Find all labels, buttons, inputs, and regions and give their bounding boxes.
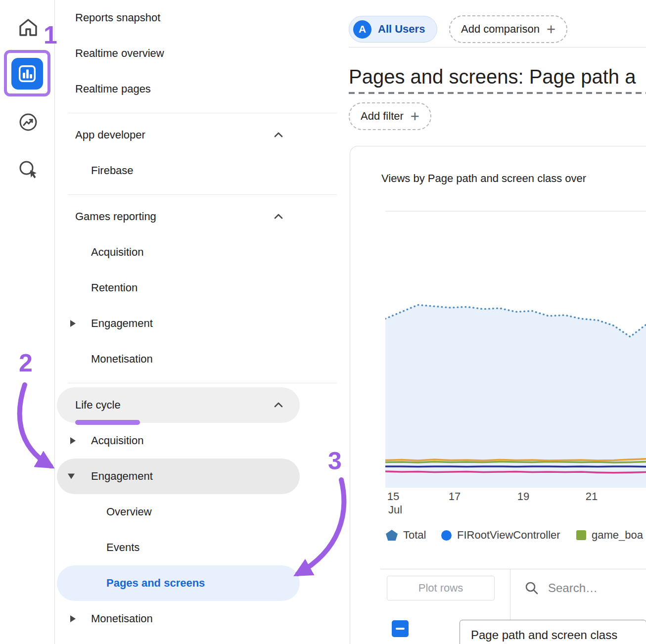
sidebar-item-label: Engagement	[91, 470, 153, 483]
section-label: App developer	[75, 129, 145, 141]
add-comparison-label: Add comparison	[461, 23, 540, 36]
x-tick-17: 17	[449, 490, 461, 503]
section-label: Life cycle	[75, 399, 121, 412]
step3-number: 3	[328, 447, 342, 475]
sidebar-divider	[68, 383, 337, 383]
expand-right-icon	[70, 320, 76, 327]
search-input[interactable]: Search…	[524, 576, 643, 600]
chevron-up-icon	[272, 399, 285, 412]
step2-arrow	[11, 382, 80, 481]
sidebar-item-label: Reports snapshot	[75, 11, 160, 24]
title-dotted-underline	[349, 92, 646, 94]
sidebar-item-label: Acquisition	[91, 434, 143, 447]
sidebar-item-games-engagement[interactable]: Engagement	[57, 306, 300, 341]
sidebar-item-pages-and-screens[interactable]: Pages and screens	[57, 565, 300, 601]
legend-label: Total	[403, 529, 426, 542]
add-filter-button[interactable]: Add filter +	[349, 102, 431, 130]
sidebar-item-games-acquisition[interactable]: Acquisition	[57, 234, 300, 270]
chart-title: Views by Page path and screen class over	[381, 172, 586, 185]
indeterminate-minus-icon	[396, 628, 405, 630]
sidebar-item-realtime-overview[interactable]: Realtime overview	[57, 36, 300, 71]
sidebar-item-label: Acquisition	[91, 246, 143, 259]
sidebar-item-label: Engagement	[91, 317, 153, 330]
step1-highlight-box	[4, 50, 50, 96]
sidebar-section-life-cycle[interactable]: Life cycle	[57, 387, 300, 423]
plot-rows-button[interactable]: Plot rows	[387, 576, 495, 600]
sidebar-item-lifecycle-engagement[interactable]: Engagement	[57, 459, 300, 494]
legend-item-total: Total	[386, 528, 426, 542]
chevron-up-icon	[272, 129, 285, 141]
legend-label: game_boa	[592, 529, 643, 542]
page-title: Pages and screens: Page path a	[349, 66, 646, 88]
sidebar-item-engagement-events[interactable]: Events	[57, 530, 300, 565]
sidebar-section-games-reporting[interactable]: Games reporting	[57, 199, 300, 234]
legend-label: FIRootViewController	[457, 529, 560, 542]
sidebar-item-games-monetisation[interactable]: Monetisation	[57, 341, 300, 377]
header-divider	[349, 47, 646, 47]
sidebar-item-engagement-overview[interactable]: Overview	[57, 494, 300, 530]
segment-label: All Users	[378, 23, 425, 36]
x-tick-21: 21	[586, 490, 598, 503]
expand-right-icon	[70, 615, 76, 622]
sidebar-item-firebase[interactable]: Firebase	[57, 153, 300, 188]
sidebar-item-games-retention[interactable]: Retention	[57, 270, 300, 306]
sidebar-item-label: Retention	[91, 281, 138, 294]
search-icon	[524, 581, 539, 596]
chevron-up-icon	[272, 210, 285, 223]
sidebar-item-label: Monetisation	[91, 612, 153, 625]
sidebar-item-lifecycle-monetisation[interactable]: Monetisation	[57, 601, 300, 637]
select-all-checkbox-indeterminate[interactable]	[392, 620, 409, 637]
x-tick-15: 15	[387, 490, 399, 503]
sidebar-item-label: Events	[106, 541, 139, 554]
advertising-icon[interactable]	[17, 159, 39, 181]
home-icon[interactable]	[17, 16, 39, 38]
circle-legend-swatch	[441, 530, 452, 541]
table-toolbar-divider	[380, 569, 646, 569]
step2-number: 2	[19, 349, 33, 377]
sidebar-item-reports-snapshot[interactable]: Reports snapshot	[57, 0, 300, 36]
legend-item-firootviewcontroller: FIRootViewController	[441, 528, 560, 542]
total-legend-swatch	[386, 530, 398, 541]
step3-arrow	[277, 476, 356, 582]
section-label: Games reporting	[75, 210, 156, 223]
x-tick-19: 19	[517, 490, 529, 503]
add-filter-label: Add filter	[361, 110, 404, 123]
sidebar-item-lifecycle-acquisition[interactable]: Acquisition	[57, 423, 300, 459]
dimension-select[interactable]: Page path and screen class	[460, 620, 646, 644]
pages-screens-card: Views by Page path and screen class over…	[350, 146, 646, 644]
sidebar-item-label: Realtime pages	[75, 83, 151, 95]
sidebar-item-label: Realtime overview	[75, 47, 164, 60]
sidebar-section-app-developer[interactable]: App developer	[57, 117, 300, 153]
sidebar-divider	[68, 194, 337, 195]
search-placeholder: Search…	[548, 581, 598, 595]
x-tick-month: Jul	[388, 504, 402, 516]
views-area-chart	[385, 211, 646, 488]
legend-item-game-board: game_boa	[576, 528, 643, 542]
sidebar-item-label: Monetisation	[91, 353, 153, 366]
segment-avatar: A	[353, 20, 371, 39]
plus-icon: +	[547, 22, 555, 37]
dimension-select-value: Page path and screen class	[471, 628, 617, 642]
sidebar-item-label: Firebase	[91, 164, 134, 177]
explore-icon[interactable]	[17, 111, 39, 133]
square-legend-swatch	[576, 530, 586, 540]
add-comparison-button[interactable]: Add comparison +	[449, 15, 567, 43]
step1-number: 1	[44, 21, 57, 49]
nav-rail	[0, 0, 55, 644]
sidebar-item-label: Overview	[106, 506, 152, 518]
sidebar-item-realtime-pages[interactable]: Realtime pages	[57, 71, 300, 107]
sidebar-divider	[68, 113, 337, 113]
sidebar-item-label: Pages and screens	[106, 577, 205, 590]
plus-icon: +	[411, 109, 419, 124]
segment-chip-all-users[interactable]: A All Users	[349, 16, 437, 43]
